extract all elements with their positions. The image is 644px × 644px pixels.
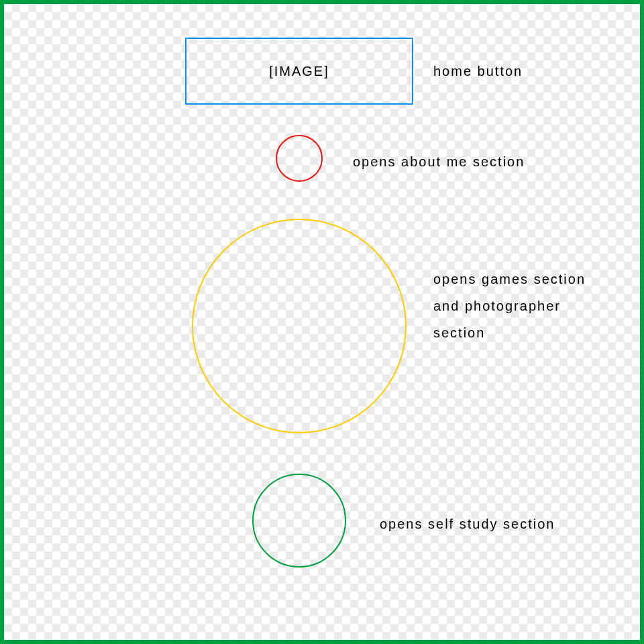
image-placeholder-text: [IMAGE] xyxy=(269,64,329,79)
about-me-label: opens about me section xyxy=(353,148,525,175)
self-study-annotation-circle[interactable] xyxy=(252,474,346,568)
home-button-annotation-box[interactable]: [IMAGE] xyxy=(185,38,413,105)
games-photographer-annotation-circle[interactable] xyxy=(192,219,407,433)
home-button-label: home button xyxy=(433,58,523,85)
self-study-label: opens self study section xyxy=(380,511,555,537)
games-photographer-label: opens games section and photographer sec… xyxy=(433,266,601,346)
diagram-canvas: [IMAGE] home button opens about me secti… xyxy=(0,0,644,644)
about-me-annotation-circle[interactable] xyxy=(276,135,323,182)
